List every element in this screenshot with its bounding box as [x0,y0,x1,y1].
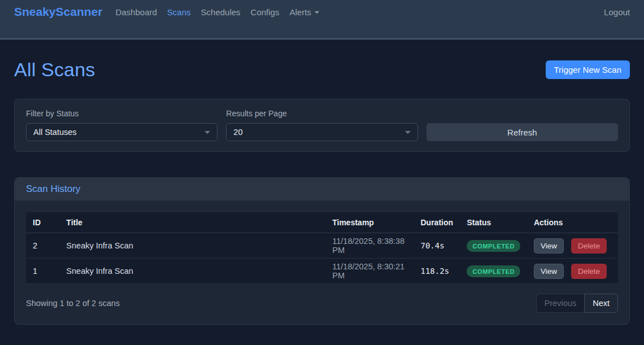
scan-actions-cell: View Delete [527,259,618,284]
status-badge: COMPLETED [467,240,520,252]
delete-button[interactable]: Delete [571,264,607,279]
navbar: SneakyScanner Dashboard Scans Schedules … [0,0,644,40]
pagination: Previous Next [536,294,618,313]
nav-item-alerts[interactable]: Alerts [284,7,324,17]
per-page-label: Results per Page [226,109,417,118]
nav-item-schedules[interactable]: Schedules [196,7,246,17]
scan-timestamp-cell: 11/18/2025, 8:38:38 PM [325,233,414,259]
page-title: All Scans [14,59,95,81]
nav-item-label: Schedules [201,7,241,17]
scan-duration-cell: 118.2s [414,259,460,284]
page-container: All Scans Trigger New Scan Filter by Sta… [0,58,644,325]
column-header-timestamp: Timestamp [325,212,414,233]
per-page-column: Results per Page 20 [226,109,417,141]
scan-status-cell: COMPLETED [460,233,526,259]
trigger-new-scan-button[interactable]: Trigger New Scan [546,60,630,79]
previous-page-button[interactable]: Previous [536,294,585,313]
navbar-inner: SneakyScanner Dashboard Scans Schedules … [14,0,630,24]
scan-title-cell: Sneaky Infra Scan [59,233,325,259]
per-page-select-wrap: 20 [226,123,417,141]
column-header-title: Title [59,212,325,233]
per-page-select[interactable]: 20 [226,123,417,141]
status-select-wrap: All Statuses [26,123,217,141]
delete-button[interactable]: Delete [571,238,607,254]
status-filter-label: Filter by Status [26,109,217,118]
scan-id-cell: 2 [26,233,59,259]
nav-item-label: Configs [251,7,280,17]
scan-history-card-title: Scan History [15,178,629,201]
scan-title-cell: Sneaky Infra Scan [59,259,325,284]
status-badge: COMPLETED [467,265,520,277]
scan-history-card-body: ID Title Timestamp Duration Status Actio… [15,201,629,324]
table-footer: Showing 1 to 2 of 2 scans Previous Next [26,294,618,313]
table-row: 1 Sneaky Infra Scan 11/18/2025, 8:30:21 … [26,259,618,284]
nav-links: Dashboard Scans Schedules Configs Alerts [110,7,324,17]
scan-history-card: Scan History ID Title Timestamp Duration… [14,177,630,325]
brand-logo[interactable]: SneakyScanner [14,5,102,19]
scan-timestamp-cell: 11/18/2025, 8:30:21 PM [325,259,414,284]
view-button[interactable]: View [534,264,564,279]
chevron-down-icon [315,11,319,14]
nav-item-configs[interactable]: Configs [246,7,285,17]
nav-item-scans[interactable]: Scans [162,7,196,17]
scan-history-table-body: 2 Sneaky Infra Scan 11/18/2025, 8:38:38 … [26,233,618,284]
results-summary: Showing 1 to 2 of 2 scans [26,299,120,308]
column-header-status: Status [460,212,526,233]
scan-duration-cell: 70.4s [414,233,460,259]
refresh-button[interactable]: Refresh [427,123,618,141]
nav-item-label: Scans [167,7,191,17]
next-page-button[interactable]: Next [584,294,618,313]
column-header-actions: Actions [527,212,618,233]
scan-status-cell: COMPLETED [460,259,526,284]
scan-id-cell: 1 [26,259,59,284]
logout-link[interactable]: Logout [604,7,630,17]
refresh-column: Refresh [427,109,618,141]
column-header-id: ID [26,212,59,233]
column-header-duration: Duration [414,212,460,233]
scan-history-table: ID Title Timestamp Duration Status Actio… [26,212,618,284]
scan-actions-cell: View Delete [527,233,618,259]
table-row: 2 Sneaky Infra Scan 11/18/2025, 8:38:38 … [26,233,618,259]
table-header-row: ID Title Timestamp Duration Status Actio… [26,212,618,233]
filter-status-column: Filter by Status All Statuses [26,109,217,141]
filter-card: Filter by Status All Statuses Results pe… [14,99,630,152]
nav-item-label: Dashboard [115,7,156,17]
view-button[interactable]: View [534,238,564,254]
nav-item-dashboard[interactable]: Dashboard [110,7,162,17]
status-filter-select[interactable]: All Statuses [26,123,217,141]
nav-item-label: Alerts [289,7,311,17]
page-header: All Scans Trigger New Scan [14,58,630,81]
